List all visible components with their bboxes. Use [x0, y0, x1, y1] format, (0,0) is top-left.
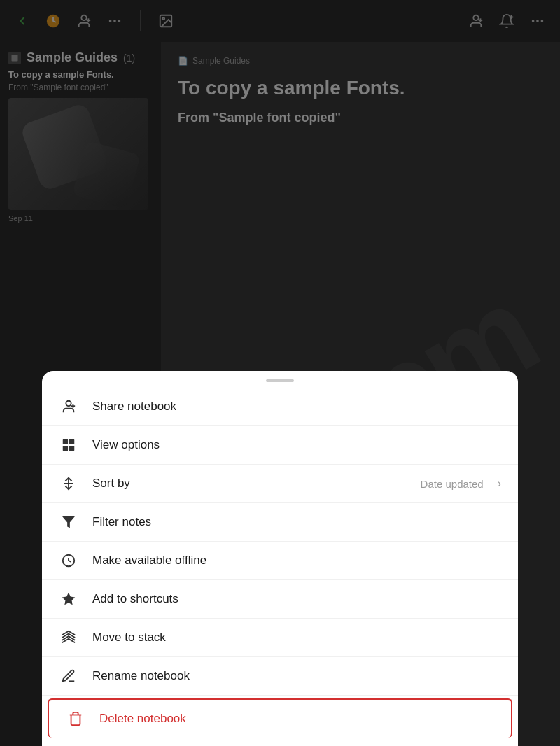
- svg-point-18: [66, 401, 71, 406]
- sort-chevron-icon: ›: [498, 477, 501, 490]
- offline-item[interactable]: Make available offline: [42, 542, 518, 580]
- filter-notes-item[interactable]: Filter notes: [42, 503, 518, 542]
- share-notebook-label: Share notebook: [92, 400, 501, 414]
- offline-label: Make available offline: [92, 554, 501, 568]
- sort-by-item[interactable]: Sort by Date updated ›: [42, 465, 518, 503]
- view-options-item[interactable]: View options: [42, 426, 518, 465]
- filter-icon: [59, 514, 78, 530]
- rename-notebook-item[interactable]: Rename notebook: [42, 657, 518, 696]
- sort-by-label: Sort by: [92, 477, 407, 491]
- svg-rect-23: [63, 446, 68, 451]
- sort-icon: [59, 476, 78, 491]
- filter-notes-label: Filter notes: [92, 515, 501, 529]
- sheet-handle-container: [42, 371, 518, 388]
- bottom-sheet: Share notebook View options Sort by Date…: [42, 371, 518, 746]
- shortcuts-label: Add to shortcuts: [92, 592, 501, 606]
- sort-by-value: Date updated: [421, 478, 484, 490]
- shortcuts-icon: [59, 591, 78, 607]
- view-icon: [59, 437, 78, 453]
- stack-icon: [59, 630, 78, 645]
- drag-handle[interactable]: [266, 379, 294, 382]
- svg-marker-27: [62, 516, 75, 528]
- move-to-stack-item[interactable]: Move to stack: [42, 619, 518, 657]
- share-icon: [59, 399, 78, 414]
- offline-icon: [59, 553, 78, 568]
- delete-icon: [66, 711, 85, 726]
- svg-rect-22: [69, 439, 74, 444]
- svg-marker-29: [62, 593, 75, 605]
- move-to-stack-label: Move to stack: [92, 631, 501, 645]
- shortcuts-item[interactable]: Add to shortcuts: [42, 580, 518, 619]
- svg-rect-24: [69, 446, 74, 451]
- delete-notebook-label: Delete notebook: [99, 712, 494, 726]
- rename-notebook-label: Rename notebook: [92, 669, 501, 683]
- svg-rect-21: [63, 439, 68, 444]
- rename-icon: [59, 668, 78, 684]
- delete-notebook-item[interactable]: Delete notebook: [48, 698, 512, 738]
- view-options-label: View options: [92, 438, 501, 452]
- share-notebook-item[interactable]: Share notebook: [42, 388, 518, 426]
